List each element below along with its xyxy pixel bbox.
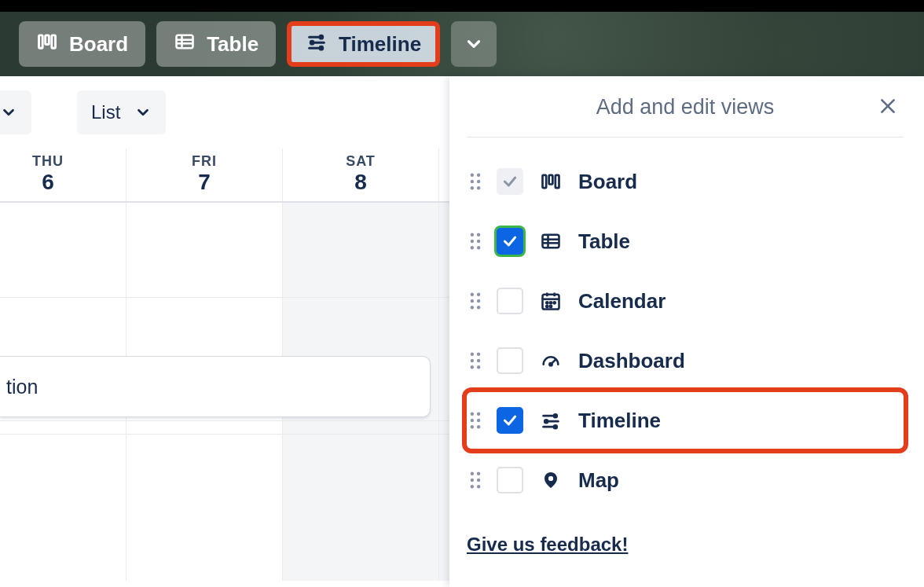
svg-point-17 (471, 180, 474, 183)
view-option-table[interactable]: Table (467, 213, 904, 270)
svg-point-39 (477, 306, 480, 309)
view-label: Dashboard (578, 349, 685, 373)
view-label: Map (578, 468, 619, 493)
svg-rect-23 (556, 175, 559, 188)
svg-point-28 (471, 246, 474, 249)
svg-point-69 (471, 472, 474, 475)
drag-handle-icon[interactable] (468, 173, 482, 190)
drag-handle-icon[interactable] (468, 471, 482, 489)
svg-point-47 (546, 306, 548, 307)
more-views-button[interactable] (451, 21, 497, 67)
board-icon (36, 31, 58, 58)
map-pin-icon (537, 469, 564, 491)
svg-point-48 (550, 306, 552, 307)
svg-point-25 (477, 233, 480, 237)
list-filter-button[interactable]: List (77, 90, 166, 134)
svg-point-8 (320, 35, 323, 39)
view-label: Table (578, 229, 630, 254)
svg-point-72 (477, 479, 480, 482)
tab-table[interactable]: Table (156, 21, 276, 67)
table-icon (174, 31, 196, 58)
checkbox[interactable] (497, 168, 523, 195)
view-option-board[interactable]: Board (467, 153, 904, 210)
checkbox[interactable] (497, 288, 523, 314)
drag-handle-icon[interactable] (468, 233, 482, 250)
svg-point-60 (477, 419, 480, 422)
check-icon (502, 174, 518, 189)
svg-point-64 (554, 414, 557, 417)
view-label: Calendar (578, 289, 666, 314)
svg-point-34 (471, 293, 474, 296)
svg-point-38 (471, 306, 474, 309)
svg-point-44 (546, 302, 548, 303)
tab-timeline[interactable]: Timeline (287, 21, 440, 67)
close-button[interactable] (875, 94, 900, 119)
svg-point-58 (477, 413, 480, 416)
svg-point-37 (477, 299, 480, 303)
toolbar-left-partial[interactable] (0, 90, 31, 134)
tab-board[interactable]: Board (19, 21, 145, 67)
svg-point-62 (477, 425, 480, 428)
svg-point-26 (471, 240, 474, 243)
view-option-calendar[interactable]: Calendar (467, 273, 904, 329)
checkbox[interactable] (497, 467, 523, 493)
checkbox[interactable] (497, 228, 523, 255)
svg-point-49 (471, 353, 474, 356)
check-icon (502, 233, 518, 249)
svg-point-61 (471, 425, 474, 428)
svg-point-57 (471, 413, 474, 416)
checkbox[interactable] (497, 407, 523, 434)
svg-rect-2 (52, 35, 56, 47)
svg-point-75 (548, 476, 553, 481)
tab-label: Timeline (339, 32, 421, 57)
svg-point-16 (477, 174, 480, 177)
view-label: Board (578, 170, 637, 194)
svg-point-20 (477, 186, 480, 189)
table-icon (537, 230, 564, 252)
svg-point-19 (471, 186, 474, 189)
drag-handle-icon[interactable] (468, 412, 482, 429)
svg-point-71 (471, 479, 474, 482)
list-filter-label: List (91, 101, 120, 123)
svg-point-27 (477, 240, 480, 243)
tab-label: Board (69, 32, 128, 57)
dashboard-icon (537, 350, 564, 372)
svg-rect-0 (39, 35, 43, 47)
svg-point-35 (477, 293, 480, 296)
chevron-down-icon (0, 104, 17, 121)
day-column-header: SAT 8 (283, 149, 439, 201)
svg-point-59 (471, 419, 474, 422)
svg-rect-22 (549, 175, 553, 185)
svg-point-68 (554, 425, 557, 428)
svg-point-46 (554, 302, 556, 303)
svg-point-74 (477, 485, 480, 488)
svg-point-36 (471, 299, 474, 303)
svg-point-29 (477, 246, 480, 249)
svg-point-24 (471, 233, 474, 237)
svg-point-9 (310, 41, 314, 44)
svg-point-53 (471, 365, 474, 369)
svg-point-15 (471, 174, 474, 177)
close-icon (878, 96, 898, 116)
svg-point-73 (471, 485, 474, 488)
svg-point-50 (477, 353, 480, 356)
view-tabs: Board Table Timeline (0, 12, 924, 76)
day-column-header: THU 6 (0, 149, 126, 201)
view-option-timeline[interactable]: Timeline (467, 392, 904, 449)
view-label: Timeline (578, 409, 661, 433)
day-column-header: FRI 7 (126, 149, 283, 201)
panel-title: Add and edit views (596, 95, 775, 119)
view-option-dashboard[interactable]: Dashboard (467, 332, 904, 389)
svg-rect-21 (543, 175, 547, 188)
feedback-link[interactable]: Give us feedback! (467, 534, 628, 556)
svg-point-45 (550, 302, 552, 303)
timeline-icon (537, 409, 564, 431)
timeline-event-card[interactable]: tion (0, 356, 431, 417)
view-option-map[interactable]: Map (467, 452, 904, 508)
chevron-down-icon (134, 104, 152, 121)
checkbox[interactable] (497, 347, 523, 374)
chevron-down-icon (464, 34, 484, 54)
drag-handle-icon[interactable] (468, 292, 482, 310)
event-title-partial: tion (6, 376, 38, 398)
drag-handle-icon[interactable] (468, 352, 482, 369)
